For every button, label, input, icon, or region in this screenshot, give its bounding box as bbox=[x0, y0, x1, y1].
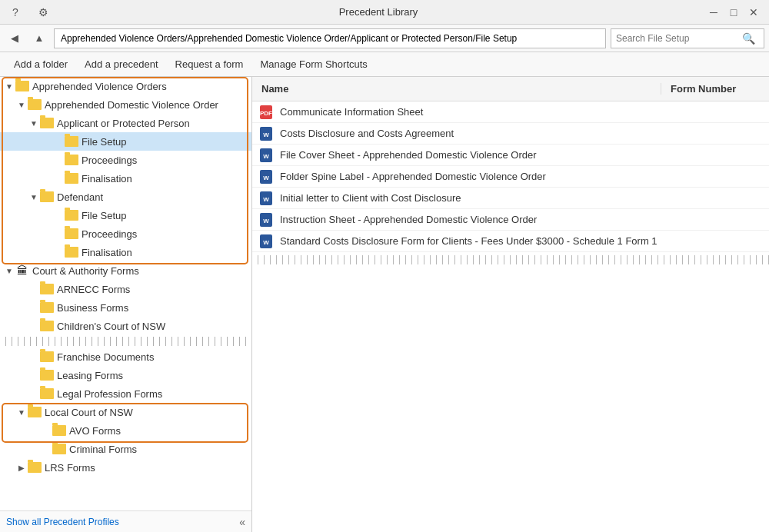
tree-item-localcourt[interactable]: ▼ Local Court of NSW bbox=[0, 403, 251, 421]
tree-label-business: Business Forms bbox=[57, 302, 128, 314]
tree-label-childrens: Children's Court of NSW bbox=[57, 321, 165, 332]
tree-label-avo: Apprehended Violence Orders bbox=[32, 81, 167, 92]
tree-footer: Show all Precedent Profiles « bbox=[0, 510, 251, 532]
up-button[interactable]: ▲ bbox=[29, 28, 49, 48]
tree-item-avoforms[interactable]: ▶ AVO Forms bbox=[0, 421, 251, 440]
right-panel-divider bbox=[252, 255, 769, 264]
list-item-5[interactable]: W Initial letter to Client with Cost Dis… bbox=[252, 188, 769, 209]
svg-text:W: W bbox=[263, 239, 269, 246]
tree-item-filesetup2[interactable]: ▶ File Setup bbox=[0, 206, 251, 224]
tree-label-criminal: Criminal Forms bbox=[69, 444, 137, 455]
word-icon-4: W bbox=[258, 169, 274, 185]
folder-icon-childrens bbox=[40, 321, 54, 331]
folder-icon-filesetup2 bbox=[65, 210, 78, 221]
list-item-3[interactable]: W File Cover Sheet - Apprehended Domesti… bbox=[252, 145, 769, 166]
tree-item-lrs[interactable]: ▶ LRS Forms bbox=[0, 458, 251, 477]
word-icon-2: W bbox=[258, 126, 274, 141]
tree-item-defendant[interactable]: ▼ Defendant bbox=[0, 188, 251, 206]
manage-shortcuts-button[interactable]: Manage Form Shortcuts bbox=[252, 55, 375, 73]
list-item-7[interactable]: W Standard Costs Disclosure Form for Cli… bbox=[252, 231, 769, 252]
tree-item-avo[interactable]: ▼ Apprehended Violence Orders bbox=[0, 77, 251, 95]
tree-item-proceedings1[interactable]: ▶ Proceedings bbox=[0, 151, 251, 169]
tree-item-franchise[interactable]: ▶ Franchise Documents bbox=[0, 347, 251, 366]
tree-item-finalisation2[interactable]: ▶ Finalisation bbox=[0, 243, 251, 261]
folder-icon-avoforms bbox=[52, 425, 66, 436]
list-item-2[interactable]: W Costs Disclosure and Costs Agreement bbox=[252, 123, 769, 145]
search-icon[interactable]: 🔍 bbox=[742, 32, 755, 45]
expand-icon-advo[interactable]: ▼ bbox=[15, 98, 28, 111]
tree-item-advo[interactable]: ▼ Apprehended Domestic Violence Order bbox=[0, 95, 251, 114]
list-item-4[interactable]: W Folder Spine Label - Apprehended Domes… bbox=[252, 166, 769, 188]
tree-label-court: Court & Authority Forms bbox=[32, 265, 139, 277]
column-form-number-header: Form Number bbox=[661, 83, 769, 95]
tree-item-finalisation1[interactable]: ▶ Finalisation bbox=[0, 169, 251, 188]
expand-icon-applicant[interactable]: ▼ bbox=[28, 117, 40, 129]
tree-label-legal: Legal Profession Forms bbox=[57, 388, 162, 400]
tree-label-avoforms: AVO Forms bbox=[69, 425, 121, 437]
list-item-name-3: File Cover Sheet - Apprehended Domestic … bbox=[280, 149, 537, 161]
svg-text:W: W bbox=[263, 153, 269, 160]
maximize-button[interactable]: □ bbox=[724, 3, 743, 22]
svg-text:PDF: PDF bbox=[260, 110, 272, 117]
minimize-button[interactable]: ─ bbox=[704, 3, 723, 22]
search-box: 🔍 bbox=[611, 28, 764, 48]
building-icon-court: 🏛 bbox=[15, 264, 29, 277]
request-form-button[interactable]: Request a form bbox=[168, 55, 251, 73]
expand-icon-defendant[interactable]: ▼ bbox=[28, 191, 40, 203]
add-folder-button[interactable]: Add a folder bbox=[6, 55, 75, 73]
settings-button[interactable]: ⚙ bbox=[34, 3, 52, 22]
tree-scroll[interactable]: ▼ Apprehended Violence Orders ▼ Apprehen… bbox=[0, 77, 251, 510]
close-button[interactable]: ✕ bbox=[744, 3, 763, 22]
folder-icon-franchise bbox=[40, 351, 54, 362]
word-icon-7: W bbox=[258, 234, 274, 249]
tree-label-lrs: LRS Forms bbox=[45, 462, 95, 474]
list-header: Name Form Number bbox=[252, 77, 769, 101]
svg-text:W: W bbox=[263, 218, 269, 224]
expand-icon-court[interactable]: ▼ bbox=[3, 264, 15, 277]
help-button[interactable]: ? bbox=[6, 3, 25, 22]
tree-item-criminal[interactable]: ▶ Criminal Forms bbox=[0, 440, 251, 458]
tree-label-defendant: Defendant bbox=[57, 191, 103, 203]
tree-item-legal[interactable]: ▶ Legal Profession Forms bbox=[0, 384, 251, 403]
tree-item-filesetup[interactable]: ▶ File Setup bbox=[0, 132, 251, 151]
list-item-name-2: Costs Disclosure and Costs Agreement bbox=[280, 128, 454, 139]
expand-icon-avo[interactable]: ▼ bbox=[3, 80, 15, 92]
tree-item-childrens[interactable]: ▶ Children's Court of NSW bbox=[0, 317, 251, 335]
window-title: Precedent Library bbox=[52, 6, 704, 18]
add-precedent-button[interactable]: Add a precedent bbox=[77, 55, 165, 73]
localcourt-region: ▼ Local Court of NSW ▶ AVO Forms bbox=[0, 403, 251, 440]
pdf-icon-1: PDF bbox=[258, 105, 274, 120]
word-icon-6: W bbox=[258, 212, 274, 228]
tree-label-localcourt: Local Court of NSW bbox=[45, 407, 133, 418]
folder-icon-applicant bbox=[40, 118, 54, 128]
word-icon-3: W bbox=[258, 148, 274, 163]
folder-icon-lrs bbox=[28, 462, 42, 473]
show-all-link[interactable]: Show all Precedent Profiles bbox=[6, 517, 119, 527]
folder-icon-criminal bbox=[52, 444, 66, 454]
collapse-panel-button[interactable]: « bbox=[239, 516, 245, 528]
search-input[interactable] bbox=[616, 33, 739, 44]
list-item-6[interactable]: W Instruction Sheet - Apprehended Domest… bbox=[252, 209, 769, 231]
tree-label-proceedings1: Proceedings bbox=[82, 155, 137, 166]
tree-item-court[interactable]: ▼ 🏛 Court & Authority Forms bbox=[0, 261, 251, 280]
tree-panel: ▼ Apprehended Violence Orders ▼ Apprehen… bbox=[0, 77, 252, 532]
address-bar: ◀ ▲ 🔍 bbox=[0, 25, 769, 52]
list-item-name-7: Standard Costs Disclosure Form for Clien… bbox=[280, 235, 657, 247]
tree-item-proceedings2[interactable]: ▶ Proceedings bbox=[0, 224, 251, 243]
folder-icon-finalisation2 bbox=[65, 247, 78, 258]
tree-item-applicant[interactable]: ▼ Applicant or Protected Person bbox=[0, 114, 251, 132]
back-button[interactable]: ◀ bbox=[5, 28, 25, 48]
section-divider-1 bbox=[0, 337, 251, 346]
svg-text:W: W bbox=[263, 175, 269, 181]
tree-item-leasing[interactable]: ▶ Leasing Forms bbox=[0, 366, 251, 384]
address-input[interactable] bbox=[54, 28, 606, 48]
folder-icon-legal bbox=[40, 388, 54, 399]
expand-icon-localcourt[interactable]: ▼ bbox=[15, 406, 28, 418]
list-scroll[interactable]: PDF Communicate Information Sheet W Cost… bbox=[252, 101, 769, 532]
list-item-1[interactable]: PDF Communicate Information Sheet bbox=[252, 101, 769, 123]
main-content: ▼ Apprehended Violence Orders ▼ Apprehen… bbox=[0, 77, 769, 532]
tree-item-arnecc[interactable]: ▶ ARNECC Forms bbox=[0, 280, 251, 298]
folder-icon-finalisation1 bbox=[65, 173, 78, 184]
tree-item-business[interactable]: ▶ Business Forms bbox=[0, 298, 251, 317]
expand-icon-lrs[interactable]: ▶ bbox=[15, 461, 28, 474]
